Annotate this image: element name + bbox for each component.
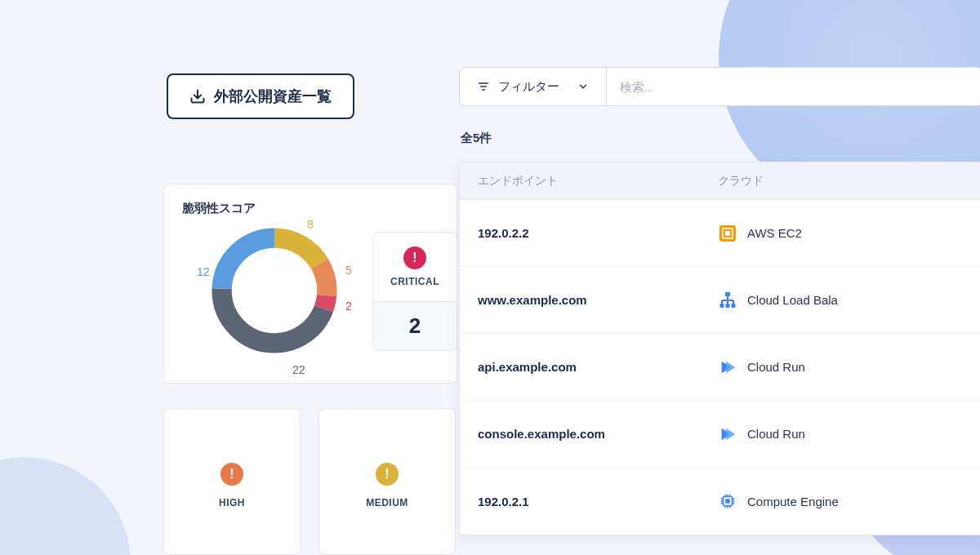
cloud-run-icon (718, 357, 737, 377)
cloud-cell: Compute Engine (747, 495, 839, 508)
filter-dropdown[interactable]: フィルター (460, 68, 607, 105)
filter-label: フィルター (498, 79, 559, 95)
svg-rect-19 (726, 304, 730, 308)
table-row[interactable]: api.example.com Cloud Run (460, 334, 980, 401)
cloud-run-icon (718, 424, 737, 444)
cloud-cell: Cloud Run (747, 427, 805, 441)
filter-bar: フィルター (459, 67, 980, 106)
alert-icon: ! (376, 463, 399, 486)
download-button-label: 外部公開資産一覧 (214, 87, 332, 106)
severity-high-card[interactable]: ! HIGH (163, 408, 301, 555)
endpoint-cell: 192.0.2.2 (460, 226, 718, 240)
critical-count: 2 (373, 301, 457, 350)
donut-label-22: 22 (292, 363, 305, 376)
chevron-down-icon (577, 81, 589, 92)
endpoint-cell: www.example.com (460, 293, 718, 307)
th-endpoint: エンドポイント (460, 174, 718, 189)
donut-label-12: 12 (197, 265, 210, 278)
donut-label-5: 5 (345, 264, 352, 277)
download-icon (189, 88, 206, 104)
alert-icon: ! (403, 246, 426, 269)
filter-icon (477, 80, 490, 93)
table-row[interactable]: www.example.com Cloud Load Bala (460, 267, 980, 334)
cloud-cell: AWS EC2 (747, 226, 802, 240)
medium-label: MEDIUM (319, 497, 455, 508)
score-card-title: 脆弱性スコア (182, 201, 439, 216)
svg-rect-12 (725, 292, 730, 296)
load-balancer-icon (718, 291, 737, 310)
aws-ec2-icon (718, 224, 737, 243)
critical-label: CRITICAL (390, 276, 439, 287)
th-cloud: クラウド (718, 174, 980, 189)
compute-engine-icon (718, 491, 737, 511)
endpoint-cell: 192.0.2.1 (460, 495, 718, 508)
table-row[interactable]: console.example.com Cloud Run (460, 401, 980, 468)
cloud-cell: Cloud Load Bala (747, 293, 838, 307)
endpoint-cell: console.example.com (460, 427, 718, 441)
svg-rect-11 (725, 231, 730, 236)
table-row[interactable]: 192.0.2.1 Compute Engine (460, 468, 980, 535)
download-assets-button[interactable]: 外部公開資産一覧 (167, 73, 354, 119)
cloud-cell: Cloud Run (747, 360, 805, 374)
endpoint-cell: api.example.com (460, 360, 718, 374)
svg-rect-18 (720, 304, 724, 308)
table-header: エンドポイント クラウド (460, 162, 980, 200)
severity-critical-card[interactable]: ! CRITICAL 2 (372, 232, 457, 351)
donut-label-2: 2 (345, 300, 352, 313)
search-input[interactable] (607, 68, 980, 105)
svg-rect-20 (732, 304, 736, 308)
high-label: HIGH (164, 497, 300, 508)
alert-icon: ! (220, 463, 243, 486)
svg-rect-22 (725, 499, 730, 504)
endpoints-table: エンドポイント クラウド 192.0.2.2 AWS EC2 www.examp… (459, 162, 980, 535)
result-count: 全5件 (461, 131, 492, 146)
severity-medium-card[interactable]: ! MEDIUM (318, 408, 456, 555)
donut-label-8: 8 (307, 218, 314, 231)
table-row[interactable]: 192.0.2.2 AWS EC2 (460, 200, 980, 267)
